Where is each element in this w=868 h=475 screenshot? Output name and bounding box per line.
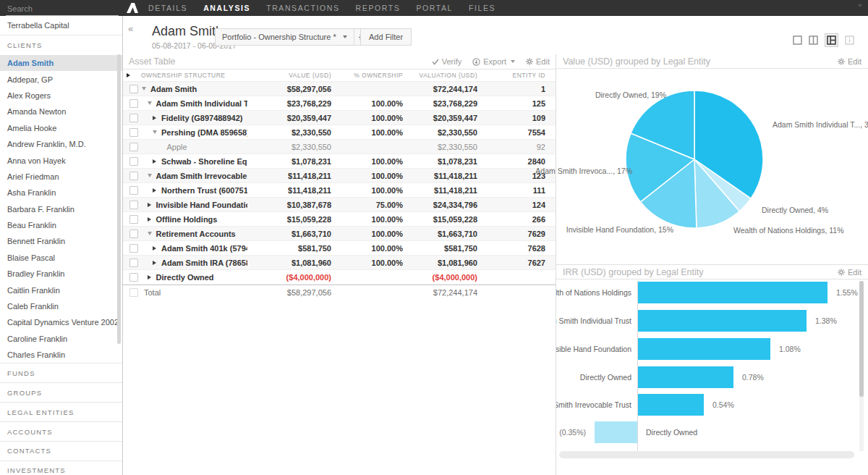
- sidebar-item-client[interactable]: Asha Franklin: [0, 185, 122, 201]
- sidebar-item-client[interactable]: Bradley Franklin: [0, 266, 122, 282]
- bar-chart-vertical-scrollbar[interactable]: [859, 281, 864, 451]
- expand-all-icon[interactable]: [127, 73, 130, 77]
- sidebar-section-groups[interactable]: GROUPS: [0, 382, 122, 402]
- sidebar-item-client[interactable]: Charles Franklin: [0, 347, 122, 363]
- sidebar-item-client[interactable]: Bennett Franklin: [0, 233, 122, 249]
- sidebar-item-client[interactable]: Amanda Newton: [0, 104, 122, 119]
- view-selector-dropdown[interactable]: Portfolio - Ownership Structure *: [216, 29, 354, 45]
- sidebar-section-legal-entities[interactable]: LEGAL ENTITIES: [0, 402, 122, 421]
- bar[interactable]: [638, 338, 770, 360]
- table-row[interactable]: Retirement Accounts$1,663,710100.00%$1,6…: [123, 227, 556, 241]
- layout-single-pane-button[interactable]: [793, 35, 802, 45]
- sidebar-item-client[interactable]: Adam Smith: [0, 55, 122, 71]
- sidebar-item-client[interactable]: Anna von Hayek: [0, 152, 122, 168]
- table-row[interactable]: Fidelity (G897488942)$20,359,447100.00%$…: [123, 111, 556, 125]
- edit-pie-chart-button[interactable]: Edit: [838, 57, 861, 66]
- row-checkbox[interactable]: [129, 230, 138, 238]
- sidebar-section-funds[interactable]: FUNDS: [0, 363, 122, 382]
- caret-down-icon[interactable]: [148, 174, 152, 177]
- add-filter-button[interactable]: Add Filter: [360, 28, 412, 46]
- caret-right-icon[interactable]: [153, 159, 156, 164]
- table-row[interactable]: Adam Smith Individual Trust$23,768,22910…: [123, 96, 556, 111]
- table-row[interactable]: Adam Smith 401k (5794676)$581,750100.00%…: [123, 241, 556, 256]
- sidebar-item-client[interactable]: Ariel Friedman: [0, 169, 122, 185]
- caret-right-icon[interactable]: [153, 246, 156, 251]
- column-entity-id[interactable]: ENTITY ID: [477, 72, 545, 79]
- caret-down-icon[interactable]: [142, 87, 146, 91]
- caret-right-icon[interactable]: [153, 188, 156, 193]
- table-row[interactable]: Invisible Hand Foundation$10,387,67875.0…: [123, 198, 556, 212]
- verify-button[interactable]: Verify: [432, 57, 462, 66]
- caret-down-icon[interactable]: [148, 232, 152, 235]
- sidebar-item-client[interactable]: Caitlin Franklin: [0, 282, 122, 298]
- row-checkbox[interactable]: [129, 85, 138, 93]
- edit-table-button[interactable]: Edit: [526, 57, 550, 66]
- bar[interactable]: [595, 421, 637, 443]
- sidebar-item-client[interactable]: Amelia Hooke: [0, 120, 122, 136]
- row-checkbox[interactable]: [129, 288, 138, 297]
- column-ownership-structure[interactable]: OWNERSHIP STRUCTURE: [123, 72, 247, 79]
- bar-chart-horizontal-scrollbar[interactable]: [559, 451, 854, 458]
- sidebar-item-client[interactable]: Alex Rogers: [0, 88, 122, 104]
- row-checkbox[interactable]: [129, 215, 138, 224]
- sidebar-item-client[interactable]: Blaise Pascal: [0, 250, 122, 266]
- caret-right-icon[interactable]: [153, 116, 156, 120]
- caret-right-icon[interactable]: [148, 203, 151, 207]
- row-checkbox[interactable]: [129, 114, 138, 122]
- sidebar-section-accounts[interactable]: ACCOUNTS: [0, 421, 122, 441]
- row-checkbox[interactable]: [129, 172, 138, 180]
- row-checkbox[interactable]: [129, 201, 138, 209]
- caret-down-icon[interactable]: [153, 130, 157, 134]
- layout-three-pane-button[interactable]: [825, 33, 838, 47]
- edit-bar-chart-button[interactable]: Edit: [838, 268, 861, 277]
- caret-right-icon[interactable]: [153, 261, 156, 265]
- caret-down-icon[interactable]: [148, 101, 152, 105]
- bar[interactable]: [638, 366, 733, 388]
- sidebar-section-investments[interactable]: INVESTMENTS: [0, 461, 122, 475]
- layout-two-pane-button[interactable]: [809, 35, 818, 45]
- sidebar-section-contacts[interactable]: CONTACTS: [0, 441, 122, 461]
- bar[interactable]: [638, 282, 827, 303]
- column-pct-ownership[interactable]: % OWNERSHIP: [331, 72, 403, 79]
- column-valuation-usd[interactable]: VALUATION (USD): [403, 72, 477, 79]
- scrollbar-thumb[interactable]: [859, 281, 864, 397]
- nav-tab-details[interactable]: DETAILS: [148, 4, 187, 12]
- table-row[interactable]: Adam Smith Irrevocable Trust$11,418,2111…: [123, 169, 556, 183]
- nav-tab-analysis[interactable]: ANALYSIS: [203, 4, 250, 12]
- sidebar-item-client[interactable]: Addepar, GP: [0, 71, 122, 87]
- sidebar-scrollbar-thumb[interactable]: [117, 54, 121, 344]
- sidebar-item-client[interactable]: Barbara F. Franklin: [0, 201, 122, 217]
- table-row[interactable]: Adam Smith IRA (786581)$1,081,960100.00%…: [123, 256, 556, 270]
- bar[interactable]: [638, 394, 704, 416]
- column-value-usd[interactable]: VALUE (USD): [247, 72, 331, 79]
- layout-info-button[interactable]: [845, 35, 854, 45]
- nav-tab-portal[interactable]: PORTAL: [416, 4, 453, 12]
- table-row[interactable]: Directly Owned($4,000,000)($4,000,000): [123, 270, 556, 285]
- export-button[interactable]: Export: [472, 57, 515, 66]
- table-row[interactable]: Pershing (DMA 859658)$2,330,550100.00%$2…: [123, 125, 556, 140]
- sidebar-item-client[interactable]: Caleb Franklin: [0, 298, 122, 314]
- collapse-sidebar-chevron[interactable]: «: [128, 23, 133, 34]
- nav-overflow-icon[interactable]: [858, 4, 862, 7]
- nav-tab-reports[interactable]: REPORTS: [356, 4, 401, 12]
- nav-tab-transactions[interactable]: TRANSACTIONS: [266, 4, 339, 12]
- table-row[interactable]: Apple$2,330,550$2,330,55092: [123, 140, 556, 154]
- sidebar-section-clients[interactable]: CLIENTS: [0, 35, 122, 55]
- sidebar-item-client[interactable]: Capital Dynamics Venture 2002, L.P.: [0, 314, 122, 330]
- nav-tab-files[interactable]: FILES: [469, 4, 495, 12]
- caret-right-icon[interactable]: [148, 275, 151, 279]
- row-checkbox[interactable]: [129, 99, 138, 108]
- row-checkbox[interactable]: [129, 186, 138, 195]
- table-row[interactable]: Northern Trust (600751984)$11,418,211100…: [123, 183, 556, 198]
- search-input[interactable]: [6, 1, 119, 16]
- sidebar-item-client[interactable]: Caroline Franklin: [0, 331, 122, 347]
- table-row[interactable]: Schwab - Shoreline Equity SM...$1,078,23…: [123, 154, 556, 169]
- sidebar-item-firm[interactable]: Terrabella Capital: [0, 16, 122, 35]
- sidebar-item-client[interactable]: Andrew Franklin, M.D.: [0, 136, 122, 152]
- caret-right-icon[interactable]: [148, 217, 151, 222]
- row-checkbox[interactable]: [129, 128, 138, 137]
- bar[interactable]: [638, 310, 807, 332]
- row-checkbox[interactable]: [129, 258, 138, 267]
- addepar-logo-icon[interactable]: [126, 2, 139, 13]
- table-row[interactable]: Adam Smith$58,297,056$72,244,1741: [123, 82, 556, 96]
